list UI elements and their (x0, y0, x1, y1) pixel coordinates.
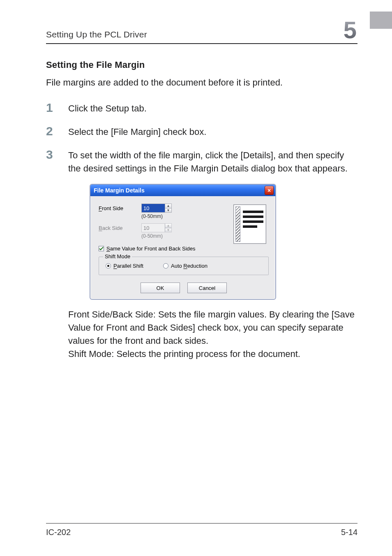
running-head: Setting Up the PCL Driver (46, 30, 147, 42)
back-side-range: (0-50mm) (141, 233, 221, 239)
front-side-input[interactable] (142, 204, 165, 212)
same-value-checkbox[interactable]: Same Value for Front and Back Sides (99, 246, 269, 252)
cancel-button[interactable]: Cancel (187, 283, 227, 293)
step-text: Select the [File Margin] check box. (68, 124, 206, 139)
section-heading: Setting the File Margin (46, 60, 357, 70)
step-number: 3 (46, 148, 57, 161)
close-icon[interactable]: × (265, 186, 274, 195)
footer-left: IC-202 (46, 528, 71, 537)
preview-margin-band-icon (235, 206, 240, 242)
ok-button[interactable]: OK (141, 283, 180, 293)
step-2: 2 Select the [File Margin] check box. (46, 124, 357, 139)
page-tab-decoration (370, 12, 392, 29)
step-3: 3 To set the width of the file margin, c… (46, 148, 357, 175)
dialog-titlebar: File Margin Details × (90, 185, 275, 196)
shift-mode-group: Shift Mode Parallel Shift Auto Reduction (99, 257, 269, 275)
page-footer: IC-202 5-14 (46, 523, 357, 537)
auto-reduction-radio[interactable]: Auto Reduction (163, 263, 208, 269)
step-number: 2 (46, 124, 57, 137)
margin-preview (233, 204, 269, 244)
front-side-spinner[interactable]: ▲ ▼ (141, 204, 172, 213)
dialog-title: File Margin Details (94, 187, 145, 194)
auto-reduction-label: Auto Reduction (171, 263, 208, 269)
parallel-shift-label: Parallel Shift (113, 263, 143, 269)
step-number: 1 (46, 101, 57, 114)
spin-up-icon: ▲ (165, 224, 171, 228)
header-rule (46, 43, 357, 44)
front-side-range: (0-50mm) (141, 213, 221, 219)
intro-text: File margins are added to the document b… (46, 76, 357, 89)
step-list: 1 Click the Setup tab. 2 Select the [Fil… (46, 101, 357, 175)
checkbox-icon[interactable] (99, 246, 104, 251)
step-text: To set the width of the file margin, cli… (68, 148, 357, 175)
preview-text-lines-icon (243, 211, 263, 228)
spin-up-icon[interactable]: ▲ (165, 204, 171, 208)
same-value-label: Same Value for Front and Back Sides (106, 246, 196, 252)
chapter-number: 5 (344, 18, 357, 42)
file-margin-details-dialog: File Margin Details × Front Side (90, 184, 276, 300)
radio-icon[interactable] (163, 263, 168, 269)
shift-mode-legend: Shift Mode (103, 253, 132, 259)
spin-down-icon[interactable]: ▼ (165, 208, 171, 213)
parallel-shift-radio[interactable]: Parallel Shift (106, 263, 143, 269)
radio-icon[interactable] (106, 263, 111, 269)
dialog-figure: File Margin Details × Front Side (90, 184, 357, 300)
back-side-label: Back Side (99, 225, 131, 231)
footer-right: 5-14 (341, 528, 357, 537)
spin-down-icon: ▼ (165, 228, 171, 232)
explanation-shift-mode: Shift Mode: Selects the printing process… (68, 348, 357, 361)
back-side-input (142, 224, 165, 232)
back-side-spinner: ▲ ▼ (141, 223, 172, 232)
step-text: Click the Setup tab. (68, 101, 147, 115)
front-side-label: Front Side (99, 205, 131, 211)
step-1: 1 Click the Setup tab. (46, 101, 357, 115)
explanation-front-back: Front Side/Back Side: Sets the file marg… (68, 308, 357, 348)
